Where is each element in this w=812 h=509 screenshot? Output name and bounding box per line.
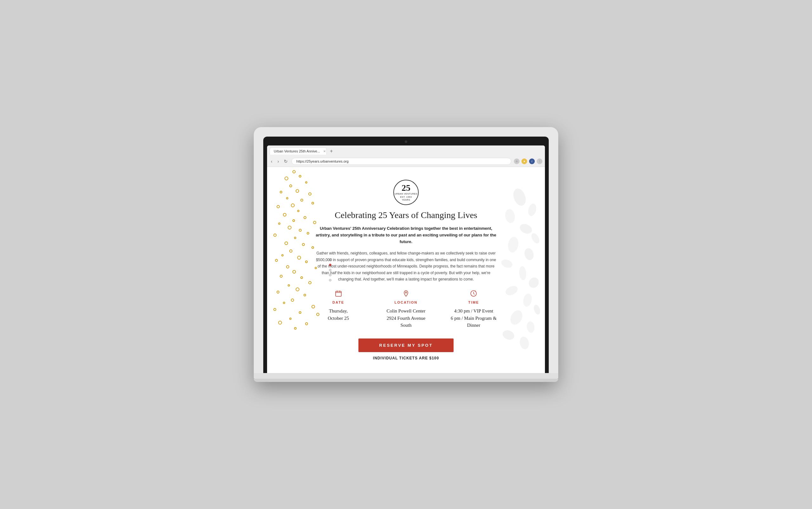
page-body: Gather with friends, neighbors, colleagu… [314,250,498,282]
address-bar-row: ‹ › ↻ https://25years.urbanventures.org … [270,157,542,167]
location-value: Colin Powell Center2924 Fourth AvenueSou… [382,307,430,329]
date-info: DATE Thursday,October 25 [314,290,363,329]
forward-button[interactable]: › [276,158,280,165]
svg-point-8 [519,266,527,280]
svg-point-1 [527,203,538,217]
svg-rect-17 [336,291,341,296]
clock-icon [449,290,498,299]
back-button[interactable]: ‹ [270,158,274,165]
svg-line-24 [474,294,474,295]
anniversary-logo: 25 URBAN VENTURES EST. 1993 YEARS [393,180,419,205]
logo-wrapper: 25 URBAN VENTURES EST. 1993 YEARS [392,180,420,205]
laptop-frame: Urban Ventures 25th Annive... ✕ + ‹ › ↻ … [254,127,558,382]
svg-point-0 [511,187,528,208]
menu-icon[interactable]: ⋮ [537,159,542,164]
svg-point-3 [518,222,533,236]
logo-line3: YEARS [402,198,410,201]
svg-point-21 [405,292,407,293]
time-label: TIME [449,301,498,304]
extension-icon[interactable]: ● [522,159,527,164]
active-tab[interactable]: Urban Ventures 25th Annive... ✕ [270,147,327,155]
reload-button[interactable]: ↻ [283,158,289,165]
calendar-icon [314,290,363,299]
browser-window: Urban Ventures 25th Annive... ✕ + ‹ › ↻ … [267,145,545,373]
reserve-button[interactable]: RESERVE MY SPOT [358,338,454,352]
date-label: DATE [314,301,363,304]
laptop-base [254,373,558,379]
svg-point-2 [504,208,516,224]
page-content: 25 URBAN VENTURES EST. 1993 YEARS Celebr… [267,167,545,373]
main-content-area: 25 URBAN VENTURES EST. 1993 YEARS Celebr… [308,167,504,373]
svg-point-4 [530,232,541,245]
page-subtitle: Urban Ventures' 25th Anniversary Celebra… [314,225,498,245]
logo-line1: URBAN VENTURES [395,192,417,195]
info-row: DATE Thursday,October 25 LOCAT [314,290,498,329]
svg-point-13 [508,308,525,327]
logo-line2: EST. 1993 [400,196,412,198]
svg-point-16 [519,336,530,350]
new-tab-button[interactable]: + [328,148,335,155]
location-label: LOCATION [382,301,430,304]
profile-icon[interactable]: f [529,159,535,164]
page-headline: Celebrating 25 Years of Changing Lives [314,210,498,220]
tab-bar: Urban Ventures 25th Annive... ✕ + [270,147,542,155]
date-value: Thursday,October 25 [314,307,363,322]
logo-number: 25 [402,183,410,192]
laptop-bottom [254,379,558,382]
svg-point-10 [504,284,519,297]
screen-bezel: Urban Ventures 25th Annive... ✕ + ‹ › ↻ … [263,137,549,373]
url-text: https://25years.urbanventures.org [296,160,348,163]
camera [405,140,407,143]
svg-point-11 [522,293,533,307]
svg-point-9 [527,275,541,290]
time-info: TIME 4:30 pm / VIP Event6 pm / Main Prog… [449,290,498,329]
tab-title: Urban Ventures 25th Annive... [274,149,320,153]
tab-close-button[interactable]: ✕ [323,149,326,153]
location-icon [382,290,430,299]
svg-point-6 [523,247,535,261]
svg-point-12 [533,304,541,315]
svg-point-14 [526,321,535,333]
bookmark-icon[interactable]: ☆ [514,159,520,164]
time-value: 4:30 pm / VIP Event6 pm / Main Program &… [449,307,498,329]
svg-point-5 [507,236,520,253]
browser-actions: ☆ ● f ⋮ [514,159,542,164]
location-info: LOCATION Colin Powell Center2924 Fourth … [382,290,430,329]
browser-chrome: Urban Ventures 25th Annive... ✕ + ‹ › ↻ … [267,145,545,167]
address-bar[interactable]: https://25years.urbanventures.org [291,158,511,165]
ticket-price: INDIVIDUAL TICKETS ARE $100 [314,356,498,360]
